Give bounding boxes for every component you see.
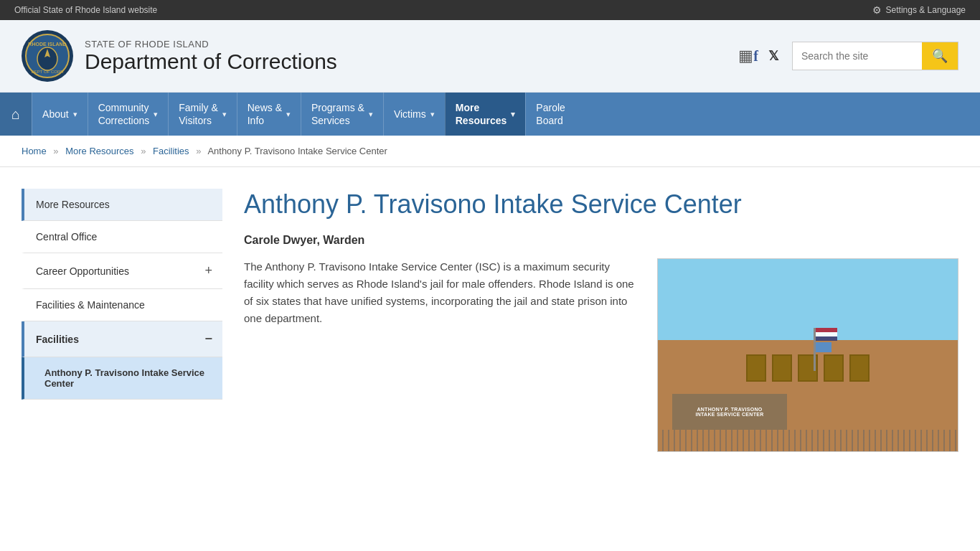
facility-sign: ANTHONY P. TRAVISONO INTAKE SERVICE CENT… <box>672 394 787 430</box>
header-branding: RHODE ISLAND DEPT OF CORR STATE OF RHODE… <box>22 30 337 82</box>
sidebar-item-facilities-maintenance[interactable]: Facilities & Maintenance <box>22 289 222 321</box>
nav-programs-chevron: ▾ <box>369 110 373 119</box>
main-content: More Resources Central Office Career Opp… <box>0 167 980 526</box>
main-nav: ⌂ About ▾ CommunityCorrections ▾ Family … <box>0 93 980 136</box>
nav-programs-services[interactable]: Programs &Services ▾ <box>301 93 383 136</box>
search-button[interactable]: 🔍 <box>922 42 958 70</box>
facility-image: ANTHONY P. TRAVISONO INTAKE SERVICE CENT… <box>657 258 958 452</box>
breadcrumb-sep-3: » <box>196 146 201 156</box>
sidebar-item-travisono[interactable]: Anthony P. Travisono Intake Service Cent… <box>22 357 222 400</box>
breadcrumb: Home » More Resources » Facilities » Ant… <box>0 136 980 167</box>
nav-news-info[interactable]: News &Info ▾ <box>237 93 301 136</box>
sidebar-item-central-office[interactable]: Central Office <box>22 221 222 253</box>
svg-text:DEPT OF CORR: DEPT OF CORR <box>31 70 64 74</box>
nav-parole-label: ParoleBoard <box>536 101 565 127</box>
warden-name: Carole Dwyer, Warden <box>244 234 958 247</box>
settings-label: Settings & Language <box>886 5 966 15</box>
breadcrumb-more-resources[interactable]: More Resources <box>65 146 133 156</box>
nav-news-chevron: ▾ <box>286 110 291 119</box>
nav-victims[interactable]: Victims ▾ <box>383 93 445 136</box>
nav-victims-chevron: ▾ <box>430 110 435 119</box>
search-input[interactable] <box>793 44 922 67</box>
department-name: Department of Corrections <box>85 50 337 74</box>
facility-sign-line1: ANTHONY P. TRAVISONO <box>697 407 762 412</box>
breadcrumb-sep-1: » <box>53 146 58 156</box>
sidebar-item-facilities[interactable]: Facilities − <box>22 321 222 357</box>
nav-community-label: CommunityCorrections <box>98 101 150 127</box>
nav-about[interactable]: About ▾ <box>32 93 88 136</box>
nav-family-chevron: ▾ <box>222 110 227 119</box>
page-content: Anthony P. Travisono Intake Service Cent… <box>244 189 958 504</box>
nav-home[interactable]: ⌂ <box>0 93 32 136</box>
breadcrumb-home[interactable]: Home <box>22 146 47 156</box>
header-right: ▦f 𝕏 🔍 <box>738 42 958 70</box>
nav-more-chevron: ▾ <box>511 110 515 119</box>
nav-news-label: News &Info <box>248 101 282 127</box>
nav-community-corrections[interactable]: CommunityCorrections ▾ <box>88 93 169 136</box>
sidebar-facilities-collapse-icon: − <box>204 331 212 347</box>
breadcrumb-facilities[interactable]: Facilities <box>153 146 189 156</box>
nav-parole-board[interactable]: ParoleBoard <box>525 93 575 136</box>
svg-text:RHODE ISLAND: RHODE ISLAND <box>28 42 66 47</box>
nav-programs-label: Programs &Services <box>311 101 364 127</box>
sidebar-facilities-maint-label: Facilities & Maintenance <box>36 299 145 311</box>
content-layout: The Anthony P. Travisono Intake Service … <box>244 258 958 452</box>
facebook-icon[interactable]: ▦f <box>738 47 758 65</box>
social-icons: ▦f 𝕏 <box>738 47 779 65</box>
sidebar-career-expand-icon: + <box>204 263 212 278</box>
nav-more-resources[interactable]: MoreResources ▾ <box>445 93 526 136</box>
gear-icon: ⚙ <box>872 4 882 16</box>
sidebar-item-more-resources[interactable]: More Resources <box>22 189 222 221</box>
official-text: Official State of Rhode Island website <box>14 5 157 15</box>
facility-description: The Anthony P. Travisono Intake Service … <box>244 258 640 327</box>
nav-community-chevron: ▾ <box>154 110 158 119</box>
sidebar-more-resources-label: More Resources <box>36 199 110 210</box>
breadcrumb-sep-2: » <box>141 146 146 156</box>
header-title-block: STATE OF RHODE ISLAND Department of Corr… <box>85 39 337 74</box>
search-box[interactable]: 🔍 <box>792 42 958 70</box>
nav-family-label: Family &Visitors <box>179 101 217 127</box>
agency-logo: RHODE ISLAND DEPT OF CORR <box>22 30 73 82</box>
top-bar: Official State of Rhode Island website ⚙… <box>0 0 980 20</box>
nav-more-label: MoreResources <box>456 101 507 127</box>
sidebar-central-office-label: Central Office <box>36 231 97 242</box>
settings-language[interactable]: ⚙ Settings & Language <box>872 4 966 16</box>
nav-victims-label: Victims <box>394 108 426 121</box>
sidebar-career-label: Career Opportunities <box>36 265 129 277</box>
facility-sign-line2: INTAKE SERVICE CENTER <box>695 412 763 417</box>
nav-family-visitors[interactable]: Family &Visitors ▾ <box>168 93 236 136</box>
sidebar: More Resources Central Office Career Opp… <box>22 189 222 504</box>
sidebar-facilities-label: Facilities <box>36 334 79 345</box>
twitter-x-icon[interactable]: 𝕏 <box>768 48 779 64</box>
nav-about-chevron: ▾ <box>73 110 77 119</box>
page-title: Anthony P. Travisono Intake Service Cent… <box>244 189 958 220</box>
state-name: STATE OF RHODE ISLAND <box>85 39 337 50</box>
site-header: RHODE ISLAND DEPT OF CORR STATE OF RHODE… <box>0 20 980 93</box>
sidebar-travisono-label: Anthony P. Travisono Intake Service Cent… <box>44 367 212 389</box>
nav-about-label: About <box>42 108 69 121</box>
breadcrumb-current: Anthony P. Travisono Intake Service Cent… <box>207 146 387 156</box>
sidebar-item-career-opportunities[interactable]: Career Opportunities + <box>22 253 222 289</box>
